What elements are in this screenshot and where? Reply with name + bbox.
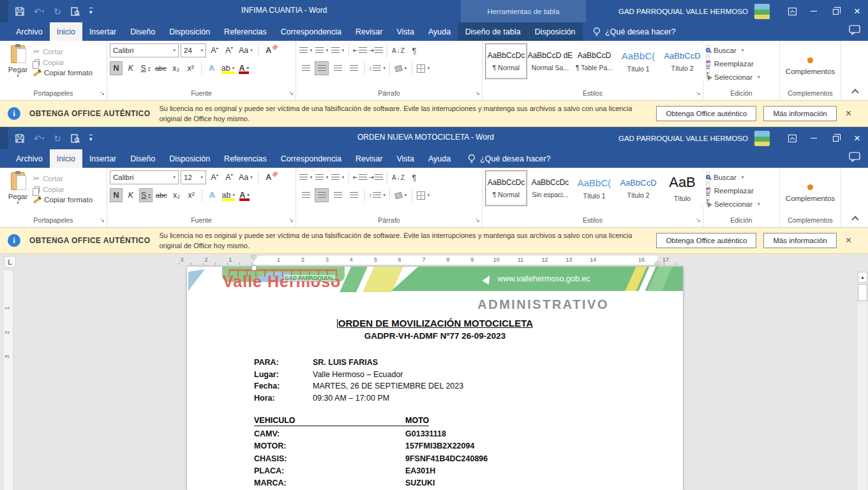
font-color-button[interactable]: A▾ xyxy=(237,61,250,75)
get-office-button[interactable]: Obtenga Office auténtico xyxy=(656,233,756,248)
style-card[interactable]: AaBbCcD¶ Table Pa... xyxy=(573,43,615,79)
font-size-select[interactable]: 12▾ xyxy=(181,170,206,184)
ribbon-tab-inicio[interactable]: Inicio xyxy=(50,22,82,41)
save-icon[interactable] xyxy=(15,7,24,16)
vertical-ruler[interactable]: 123 xyxy=(4,271,13,490)
style-card[interactable]: AaBbCcDcSin espaci... xyxy=(529,170,571,206)
borders-button[interactable]: ▾ xyxy=(416,61,430,75)
cut-button[interactable]: ✂Cortar xyxy=(33,47,93,56)
find-button[interactable]: Buscar▾ xyxy=(706,43,777,57)
strikethrough-button[interactable]: abc xyxy=(154,61,168,75)
underline-button[interactable]: S▾ xyxy=(139,61,152,75)
ribbon-display-options-icon[interactable] xyxy=(781,0,803,22)
context-tab[interactable]: Disposición xyxy=(528,22,583,41)
account-name[interactable]: GAD PARROQUIAL VALLE HERMOSO xyxy=(618,8,748,15)
ribbon-display-options-icon[interactable] xyxy=(781,127,803,149)
copy-button[interactable]: Copiar xyxy=(33,59,93,66)
justify-button[interactable] xyxy=(347,188,361,202)
addins-button[interactable]: Complementos xyxy=(780,168,841,216)
close-banner-icon[interactable]: × xyxy=(846,108,851,119)
copy-button[interactable]: Copiar xyxy=(33,186,93,193)
more-info-button[interactable]: Más información xyxy=(763,233,836,248)
print-preview-icon[interactable] xyxy=(71,134,80,143)
ribbon-tab-correspondencia[interactable]: Correspondencia xyxy=(274,149,348,168)
bold-button[interactable]: N xyxy=(110,61,123,75)
ribbon-tab-archivo[interactable]: Archivo xyxy=(9,149,50,168)
undo-icon[interactable]: ↶▾ xyxy=(34,6,44,17)
superscript-button[interactable]: x² xyxy=(185,188,198,202)
restore-icon[interactable] xyxy=(825,0,846,22)
ribbon-tab-disposición[interactable]: Disposición xyxy=(162,22,217,41)
format-painter-button[interactable]: Copiar formato xyxy=(33,69,93,77)
horizontal-ruler[interactable]: 32112345678910111213141617 xyxy=(179,256,684,265)
scrollbar-thumb[interactable] xyxy=(858,284,867,301)
ribbon-tab-insertar[interactable]: Insertar xyxy=(82,22,123,41)
sort-button[interactable]: A↓Z xyxy=(391,43,405,57)
subscript-button[interactable]: x₂ xyxy=(170,188,183,202)
highlight-button[interactable]: ab▾ xyxy=(220,61,236,75)
style-card[interactable]: AaBbCcDTítulo 2 xyxy=(617,170,659,206)
close-banner-icon[interactable]: × xyxy=(846,235,851,246)
dialog-launcher-icon[interactable]: ↘ xyxy=(475,90,480,96)
ribbon-tab-disposición[interactable]: Disposición xyxy=(162,149,217,168)
text-effects-button[interactable]: A xyxy=(206,61,218,75)
shrink-font-button[interactable]: A▾ xyxy=(223,43,236,57)
multilevel-list-button[interactable]: ▾ xyxy=(331,43,345,57)
collapse-ribbon-icon[interactable] xyxy=(851,89,858,96)
bullet-list-button[interactable]: ▾ xyxy=(299,43,313,57)
more-info-button[interactable]: Más información xyxy=(763,106,836,121)
clear-formatting-button[interactable]: A xyxy=(262,43,275,57)
shading-button[interactable]: ▾ xyxy=(394,188,408,202)
ribbon-tab-diseño[interactable]: Diseño xyxy=(123,149,162,168)
font-color-button[interactable]: A▾ xyxy=(238,188,251,202)
ribbon-tab-vista[interactable]: Vista xyxy=(389,22,421,41)
bold-button[interactable]: N xyxy=(110,188,123,202)
replace-button[interactable]: abacReemplazar xyxy=(706,57,777,70)
collapse-ribbon-icon[interactable] xyxy=(851,216,858,223)
right-indent-marker[interactable] xyxy=(654,261,661,265)
bullet-list-button[interactable]: ▾ xyxy=(299,170,313,184)
ribbon-tab-revisar[interactable]: Revisar xyxy=(348,22,389,41)
font-name-select[interactable]: Calibri▾ xyxy=(110,43,179,57)
show-marks-button[interactable]: ¶ xyxy=(407,43,421,57)
paste-button[interactable]: Pegar ▾ xyxy=(3,43,33,89)
line-spacing-button[interactable]: ↕▾ xyxy=(369,188,385,202)
get-office-button[interactable]: Obtenga Office auténtico xyxy=(656,106,756,121)
numbered-list-button[interactable]: ▾ xyxy=(315,170,329,184)
minimize-icon[interactable] xyxy=(803,127,825,149)
find-button[interactable]: Buscar▾ xyxy=(706,170,777,184)
document-page[interactable]: www.vallehermoso.gob.ec Valle Hermoso GA… xyxy=(187,267,683,490)
italic-button[interactable]: K xyxy=(124,61,137,75)
tab-stop-selector[interactable]: L xyxy=(4,256,16,268)
comment-icon[interactable] xyxy=(849,152,860,165)
tell-me-box[interactable]: ¿Qué desea hacer? xyxy=(468,149,551,168)
select-button[interactable]: Seleccionar▾ xyxy=(706,70,777,84)
style-card[interactable]: AaBTítulo xyxy=(661,170,703,206)
ribbon-tab-ayuda[interactable]: Ayuda xyxy=(421,22,458,41)
change-case-button[interactable]: Aa▾ xyxy=(237,43,254,57)
dialog-launcher-icon[interactable]: ↘ xyxy=(288,90,294,96)
tell-me-box[interactable]: ¿Qué desea hacer? xyxy=(593,22,676,41)
align-center-button[interactable] xyxy=(315,188,329,202)
grow-font-button[interactable]: A▴ xyxy=(208,43,221,57)
dialog-launcher-icon[interactable]: ↘ xyxy=(696,90,701,96)
redo-icon[interactable]: ↻ xyxy=(54,6,61,17)
decrease-indent-button[interactable]: ⇤ xyxy=(353,170,367,184)
show-marks-button[interactable]: ¶ xyxy=(407,170,421,184)
undo-icon[interactable]: ↶▾ xyxy=(34,133,44,144)
ribbon-tab-ayuda[interactable]: Ayuda xyxy=(421,149,458,168)
dialog-launcher-icon[interactable]: ↘ xyxy=(288,217,294,223)
font-name-select[interactable]: Calibri▾ xyxy=(110,170,179,184)
ribbon-tab-insertar[interactable]: Insertar xyxy=(82,149,123,168)
borders-button[interactable]: ▾ xyxy=(416,188,430,202)
margin-marker[interactable] xyxy=(251,265,257,271)
underline-button[interactable]: S▾ xyxy=(139,188,153,202)
ribbon-tab-diseño[interactable]: Diseño xyxy=(123,22,162,41)
comment-icon[interactable] xyxy=(849,25,860,38)
replace-button[interactable]: abacReemplazar xyxy=(706,184,777,197)
decrease-indent-button[interactable]: ⇤ xyxy=(353,43,367,57)
shading-button[interactable]: ▾ xyxy=(394,61,408,75)
print-preview-icon[interactable] xyxy=(71,7,80,16)
change-case-button[interactable]: Aa▾ xyxy=(237,170,254,184)
align-right-button[interactable] xyxy=(331,188,345,202)
